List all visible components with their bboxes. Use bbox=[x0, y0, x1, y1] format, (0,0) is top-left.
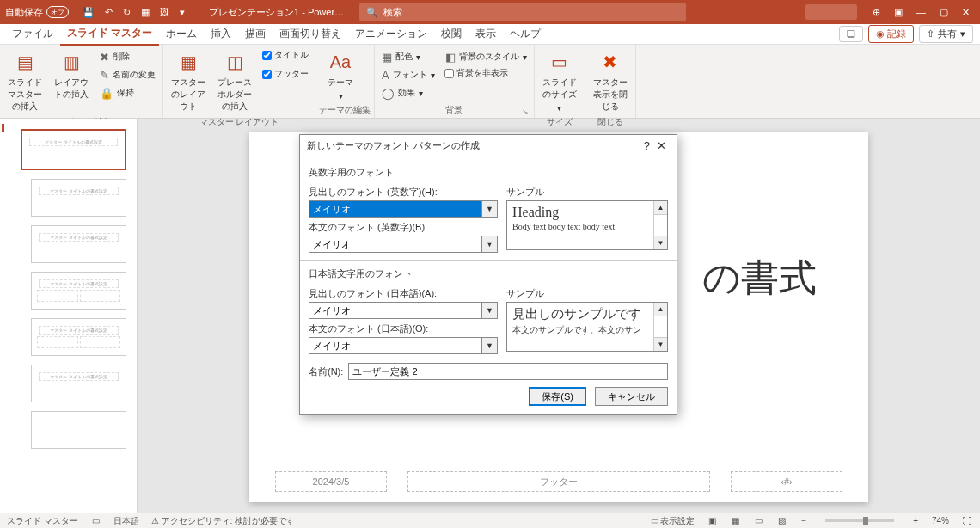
heading-ea-input[interactable] bbox=[309, 303, 481, 318]
rename-icon: ✎ bbox=[100, 69, 109, 82]
accessibility-status[interactable]: ⚠ アクセシビリティ: 検討が必要です bbox=[151, 515, 295, 527]
fonts-button[interactable]: Aフォント ▾ bbox=[378, 66, 438, 83]
hide-bg-checkbox[interactable]: 背景を非表示 bbox=[442, 66, 530, 80]
record-button[interactable]: ◉ 記録 bbox=[868, 25, 914, 43]
body-latin-label: 本文のフォント (英数字)(B): bbox=[309, 221, 498, 234]
tab-transitions[interactable]: 画面切り替え bbox=[273, 23, 348, 45]
effects-button[interactable]: ◯効果 ▾ bbox=[378, 84, 438, 101]
collapse-ribbon-button[interactable]: ❏ bbox=[839, 26, 863, 42]
group-label-background: 背景↘ bbox=[378, 102, 530, 116]
cancel-button[interactable]: キャンセル bbox=[595, 387, 668, 406]
account-avatar[interactable] bbox=[805, 4, 857, 20]
chevron-down-icon[interactable]: ▼ bbox=[481, 236, 497, 252]
status-mode[interactable]: スライド マスター bbox=[7, 515, 78, 527]
tab-home[interactable]: ホーム bbox=[159, 23, 204, 45]
document-title: プレゼンテーション1 - Power… bbox=[209, 6, 344, 19]
slide-size-button[interactable]: ▭スライドのサイズ ▾ bbox=[538, 48, 581, 114]
tab-insert[interactable]: 挿入 bbox=[204, 23, 238, 45]
redo-icon[interactable]: ↻ bbox=[123, 7, 131, 18]
notes-icon[interactable]: ▭ bbox=[90, 516, 101, 525]
master-layout-button[interactable]: ▦マスターのレイアウト bbox=[167, 48, 210, 114]
date-placeholder[interactable]: 2024/3/5 bbox=[275, 471, 387, 492]
footer-placeholder[interactable]: フッター bbox=[407, 471, 710, 492]
zoom-level[interactable]: 74% bbox=[932, 516, 949, 525]
footer-checkbox[interactable]: フッター bbox=[260, 67, 311, 81]
body-ea-label: 本文のフォント (日本語)(O): bbox=[309, 322, 498, 335]
qat-dropdown-icon[interactable]: ▾ bbox=[180, 7, 185, 18]
bg-styles-button[interactable]: ◧背景のスタイル ▾ bbox=[442, 48, 530, 65]
body-latin-input[interactable] bbox=[309, 236, 481, 252]
dialog-launcher-icon[interactable]: ↘ bbox=[522, 107, 529, 116]
slideshow-view-icon[interactable]: ▨ bbox=[776, 516, 787, 525]
tab-help[interactable]: ヘルプ bbox=[503, 23, 548, 45]
tab-file[interactable]: ファイル bbox=[5, 23, 60, 45]
minimize-icon[interactable]: — bbox=[916, 7, 926, 17]
body-latin-combo[interactable]: ▼ bbox=[309, 236, 498, 253]
save-icon[interactable]: 💾 bbox=[83, 7, 95, 18]
slideshow-icon[interactable]: ▦ bbox=[141, 7, 150, 18]
zoom-out-icon[interactable]: − bbox=[799, 516, 808, 525]
chevron-down-icon[interactable]: ▼ bbox=[481, 303, 497, 318]
globe-icon[interactable]: ⊕ bbox=[873, 7, 880, 18]
close-master-button[interactable]: ✖マスター表示を閉じる bbox=[589, 48, 632, 114]
insert-layout-button[interactable]: ▥レイアウトの挿入 bbox=[50, 48, 93, 102]
display-settings[interactable]: ▭ 表示設定 bbox=[651, 515, 695, 527]
scroll-up-icon[interactable]: ▲ bbox=[654, 201, 667, 215]
help-icon[interactable]: ? bbox=[640, 139, 653, 152]
status-language[interactable]: 日本語 bbox=[113, 515, 139, 527]
tab-review[interactable]: 校閲 bbox=[434, 23, 469, 45]
thumbnail-pane[interactable]: マスター タイトルの書式設定 マスター タイトルの書式設定 マスター タイトルの… bbox=[0, 119, 138, 513]
heading-ea-combo[interactable]: ▼ bbox=[309, 302, 498, 319]
colors-button[interactable]: ▦配色 ▾ bbox=[378, 48, 438, 65]
undo-icon[interactable]: ↶ bbox=[105, 7, 113, 18]
chevron-down-icon[interactable]: ▼ bbox=[481, 201, 497, 217]
fit-window-icon[interactable]: ⛶ bbox=[961, 516, 973, 525]
tab-animations[interactable]: アニメーション bbox=[348, 23, 434, 45]
share-button[interactable]: ⇧ 共有 ▾ bbox=[919, 25, 973, 43]
close-icon[interactable]: ✕ bbox=[653, 139, 670, 152]
title-checkbox[interactable]: タイトル bbox=[260, 48, 311, 62]
scroll-up-icon[interactable]: ▲ bbox=[654, 303, 667, 316]
layout-thumbnail[interactable]: マスター タイトルの書式設定 bbox=[31, 225, 126, 263]
autosave-toggle[interactable]: 自動保存 オフ bbox=[0, 6, 74, 19]
theme-button[interactable]: Aaテーマ ▾ bbox=[319, 48, 362, 102]
slide-number-placeholder[interactable]: ‹#› bbox=[731, 471, 842, 492]
master-thumbnail[interactable]: マスター タイトルの書式設定 bbox=[21, 129, 126, 170]
insert-slide-master-button[interactable]: ▤スライド マスターの挿入 bbox=[3, 48, 46, 114]
normal-view-icon[interactable]: ▣ bbox=[707, 516, 718, 525]
zoom-in-icon[interactable]: + bbox=[911, 516, 920, 525]
body-ea-input[interactable] bbox=[309, 338, 481, 353]
zoom-slider[interactable] bbox=[825, 519, 894, 522]
reading-view-icon[interactable]: ▭ bbox=[753, 516, 764, 525]
sorter-view-icon[interactable]: ▦ bbox=[730, 516, 741, 525]
rename-button[interactable]: ✎名前の変更 bbox=[96, 66, 159, 83]
dialog-titlebar[interactable]: 新しいテーマのフォント パターンの作成 ? ✕ bbox=[300, 135, 677, 157]
insert-placeholder-button[interactable]: ◫プレースホルダーの挿入 bbox=[213, 48, 256, 114]
preserve-icon: 🔒 bbox=[100, 87, 113, 100]
delete-icon: ✖ bbox=[100, 51, 109, 64]
layout-thumbnail[interactable] bbox=[31, 411, 126, 449]
delete-button[interactable]: ✖削除 bbox=[96, 48, 159, 65]
layout-thumbnail[interactable]: マスター タイトルの書式設定 bbox=[31, 365, 126, 402]
layout-thumbnail[interactable]: マスター タイトルの書式設定 bbox=[31, 318, 126, 356]
tab-slide-master[interactable]: スライド マスター bbox=[60, 22, 159, 46]
name-input[interactable] bbox=[348, 363, 668, 380]
scroll-down-icon[interactable]: ▼ bbox=[654, 337, 667, 351]
layout-thumbnail[interactable]: マスター タイトルの書式設定 bbox=[31, 272, 126, 310]
save-button[interactable]: 保存(S) bbox=[529, 387, 586, 406]
scroll-down-icon[interactable]: ▼ bbox=[654, 236, 667, 249]
preserve-button[interactable]: 🔒保持 bbox=[96, 84, 159, 101]
tab-view[interactable]: 表示 bbox=[469, 23, 503, 45]
ribbon-display-icon[interactable]: ▣ bbox=[894, 7, 903, 18]
body-ea-combo[interactable]: ▼ bbox=[309, 337, 498, 354]
quick-access-toolbar: 💾 ↶ ↻ ▦ 🖼 ▾ bbox=[74, 7, 193, 18]
search-box[interactable]: 🔍 検索 bbox=[359, 3, 686, 21]
export-image-icon[interactable]: 🖼 bbox=[160, 7, 169, 17]
heading-latin-input[interactable] bbox=[309, 201, 481, 217]
chevron-down-icon[interactable]: ▼ bbox=[481, 338, 497, 353]
tab-draw[interactable]: 描画 bbox=[238, 23, 273, 45]
heading-latin-combo[interactable]: ▼ bbox=[309, 200, 498, 218]
maximize-icon[interactable]: ▢ bbox=[940, 7, 948, 18]
close-window-icon[interactable]: ✕ bbox=[962, 7, 970, 18]
layout-thumbnail[interactable]: マスター タイトルの書式設定 bbox=[31, 179, 126, 217]
